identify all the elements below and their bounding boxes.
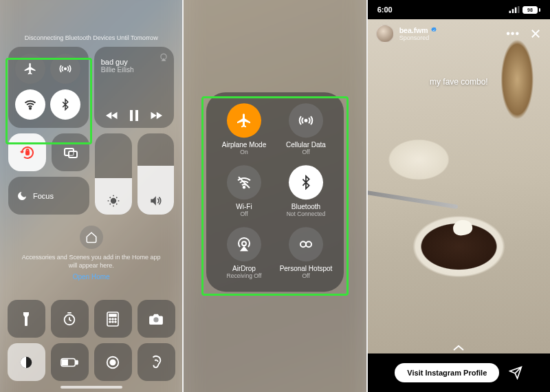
- svg-rect-5: [26, 151, 29, 155]
- open-home-link[interactable]: Open Home: [73, 273, 110, 281]
- airdrop-icon: [236, 236, 252, 252]
- timer-button[interactable]: [51, 300, 89, 338]
- svg-rect-3: [130, 110, 133, 121]
- calculator-button[interactable]: [94, 300, 132, 338]
- airplane-icon: [23, 62, 37, 76]
- story-username[interactable]: bea.fwm: [399, 26, 437, 34]
- cellular-toggle[interactable]: [50, 54, 80, 84]
- screen-record-button[interactable]: [94, 343, 132, 381]
- battery-indicator: 98: [522, 6, 540, 14]
- close-icon: [529, 28, 542, 40]
- svg-point-28: [242, 241, 246, 246]
- sponsored-label: Sponsored: [399, 34, 437, 41]
- wifi-toggle[interactable]: [15, 89, 45, 120]
- rewind-button[interactable]: [106, 111, 118, 120]
- svg-rect-32: [512, 9, 514, 13]
- brightness-slider[interactable]: [95, 133, 132, 215]
- svg-point-16: [112, 321, 113, 323]
- svg-rect-4: [135, 110, 138, 121]
- svg-rect-21: [76, 360, 78, 364]
- chevron-up-icon: [452, 344, 465, 352]
- svg-point-8: [111, 199, 116, 204]
- svg-point-12: [109, 318, 111, 320]
- now-playing-artist: Billie Eilish: [101, 66, 168, 74]
- svg-point-0: [65, 68, 67, 70]
- control-center-pane: Disconnecting Bluetooth Devices Until To…: [0, 0, 182, 392]
- bluetooth-icon: [59, 98, 72, 111]
- wifi-icon: [23, 98, 37, 111]
- airplane-mode-item[interactable]: Airplane Mode On: [213, 103, 275, 155]
- dark-mode-icon: [19, 355, 34, 370]
- battery-icon: [60, 358, 78, 367]
- cta-button[interactable]: Visit Instagram Profile: [395, 363, 499, 382]
- svg-point-29: [300, 241, 306, 247]
- homekit-module: Accessories and Scenes you add in the Ho…: [8, 226, 174, 282]
- sun-icon: [107, 194, 120, 208]
- clock: 6:00: [377, 6, 393, 14]
- status-bar: 6:00 98: [368, 0, 550, 19]
- svg-point-13: [112, 318, 113, 320]
- pause-button[interactable]: [129, 110, 139, 121]
- connectivity-panel: Airplane Mode On Cellular Data Off Wi-Fi…: [206, 92, 344, 292]
- svg-rect-7: [69, 151, 77, 157]
- ear-icon: [149, 355, 163, 370]
- volume-slider[interactable]: [138, 133, 175, 215]
- antenna-icon: [298, 112, 314, 129]
- wifi-off-icon: [236, 174, 252, 190]
- svg-point-24: [111, 360, 116, 364]
- signal-icon: [509, 6, 520, 13]
- timer-icon: [62, 312, 77, 327]
- antenna-icon: [58, 62, 72, 76]
- bluetooth-icon: [298, 175, 314, 190]
- story-image[interactable]: [368, 19, 550, 353]
- speaker-icon: [148, 194, 162, 208]
- focus-label: Focus: [33, 192, 54, 200]
- record-icon: [105, 355, 120, 370]
- airplane-icon: [236, 112, 252, 129]
- screen-mirroring-button[interactable]: [52, 133, 89, 171]
- airplane-mode-toggle[interactable]: [15, 54, 45, 84]
- flashlight-icon: [20, 312, 32, 327]
- connectivity-module[interactable]: [8, 47, 89, 128]
- flashlight-button[interactable]: [8, 300, 45, 338]
- low-power-button[interactable]: [51, 343, 89, 381]
- swipe-up-indicator[interactable]: [452, 344, 465, 352]
- hearing-button[interactable]: [138, 343, 175, 381]
- svg-point-15: [109, 321, 111, 323]
- svg-rect-33: [515, 8, 517, 13]
- camera-icon: [148, 313, 164, 325]
- svg-rect-11: [109, 314, 116, 316]
- avatar[interactable]: [376, 25, 394, 43]
- moon-icon: [16, 190, 28, 202]
- wifi-item[interactable]: Wi-Fi Off: [213, 165, 275, 217]
- share-button[interactable]: [509, 366, 522, 380]
- more-button[interactable]: •••: [506, 28, 520, 40]
- send-icon: [509, 366, 522, 380]
- lock-rotation-icon: [19, 144, 36, 161]
- story-caption: my fave combo!: [368, 77, 550, 87]
- status-message: Disconnecting Bluetooth Devices Until To…: [8, 34, 174, 41]
- dark-mode-button[interactable]: [8, 343, 45, 381]
- forward-button[interactable]: [150, 111, 162, 120]
- bluetooth-toggle[interactable]: [50, 89, 80, 120]
- svg-point-26: [243, 186, 245, 188]
- svg-rect-34: [518, 6, 520, 13]
- cellular-data-item[interactable]: Cellular Data Off: [275, 103, 337, 155]
- camera-button[interactable]: [138, 300, 175, 338]
- focus-button[interactable]: Focus: [8, 177, 89, 215]
- music-module[interactable]: bad guy Billie Eilish: [94, 47, 175, 128]
- svg-rect-31: [509, 11, 511, 13]
- airdrop-item[interactable]: AirDrop Receiving Off: [213, 227, 275, 279]
- orientation-lock-toggle[interactable]: [8, 133, 46, 171]
- airplay-icon[interactable]: [159, 52, 168, 62]
- bluetooth-item[interactable]: Bluetooth Not Connected: [275, 165, 337, 217]
- hotspot-item[interactable]: Personal Hotspot Off: [275, 227, 337, 279]
- home-icon: [80, 226, 103, 249]
- close-button[interactable]: [529, 28, 542, 40]
- hotspot-icon: [298, 236, 314, 252]
- mirroring-icon: [63, 144, 79, 161]
- verified-icon: [430, 27, 437, 34]
- home-indicator[interactable]: [60, 386, 122, 389]
- svg-point-17: [115, 321, 116, 323]
- svg-rect-22: [63, 360, 67, 364]
